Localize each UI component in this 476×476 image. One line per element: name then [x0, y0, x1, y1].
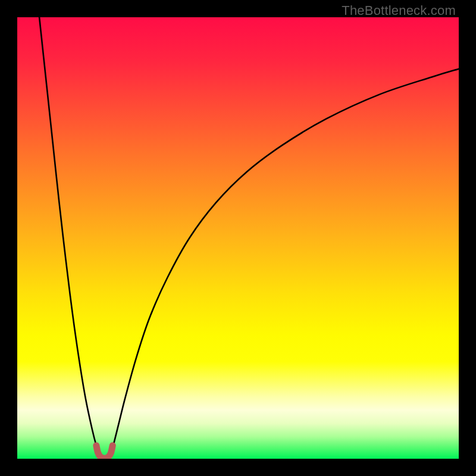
annotation-layer: [17, 17, 459, 459]
attribution-text: TheBottleneck.com: [342, 3, 456, 18]
chart-frame: TheBottleneck.com: [0, 0, 476, 476]
plot-area: [17, 17, 459, 459]
u-marker: [96, 446, 112, 459]
